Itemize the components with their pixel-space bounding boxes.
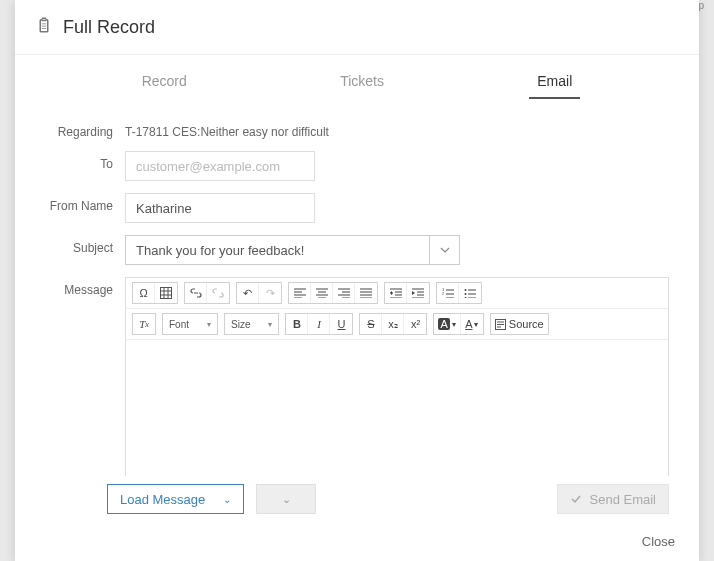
bgcolor-button[interactable]: A▾ [434,314,460,334]
unlink-icon [212,288,224,298]
svg-marker-31 [412,291,415,295]
redo-button[interactable]: ↷ [259,283,281,303]
svg-rect-3 [161,288,172,299]
font-select[interactable]: Font ▾ [162,313,218,335]
message-label: Message [45,277,125,297]
svg-rect-0 [42,24,47,25]
check-icon [570,493,582,505]
editor-toolbar-row1: Ω [126,278,668,309]
editor-toolbar-row2: Tx Font ▾ Size ▾ B I U [126,309,668,340]
numbered-list-icon: 12 [442,288,454,298]
special-char-button[interactable]: Ω [133,283,155,303]
regarding-value: T-17811 CES:Neither easy nor difficult [125,119,669,139]
full-record-modal: Full Record Record Tickets Email Regardi… [15,0,699,561]
tabs: Record Tickets Email [15,55,699,99]
tab-email[interactable]: Email [529,73,580,99]
secondary-dropdown-button[interactable]: ⌄ [256,484,316,514]
close-button[interactable]: Close [642,534,675,549]
modal-footer: Close [15,522,699,561]
from-name-input[interactable] [125,193,315,223]
subject-input[interactable] [125,235,430,265]
subject-dropdown-toggle[interactable] [430,235,460,265]
align-right-button[interactable] [333,283,355,303]
editor-content[interactable] [126,340,668,476]
align-right-icon [338,288,350,298]
svg-point-41 [465,293,467,295]
align-justify-icon [360,288,372,298]
table-icon [160,287,172,299]
align-center-button[interactable] [311,283,333,303]
message-editor: Ω [125,277,669,476]
to-input[interactable] [125,151,315,181]
modal-header: Full Record [15,0,699,55]
svg-text:2: 2 [442,291,445,296]
svg-point-40 [465,289,467,291]
align-left-icon [294,288,306,298]
align-left-button[interactable] [289,283,311,303]
unlink-button[interactable] [207,283,229,303]
align-center-icon [316,288,328,298]
font-select-label: Font [169,319,189,330]
superscript-button[interactable]: x² [404,314,426,334]
table-button[interactable] [155,283,177,303]
size-select-label: Size [231,319,250,330]
bullet-list-button[interactable] [459,283,481,303]
modal-title: Full Record [63,17,155,38]
indent-icon [412,288,424,298]
action-row: Load Message ⌄ ⌄ Send Email [15,476,699,522]
remove-format-button[interactable]: Tx [133,314,155,334]
link-icon [190,288,202,298]
numbered-list-button[interactable]: 12 [437,283,459,303]
underline-button[interactable]: U [330,314,352,334]
load-message-button[interactable]: Load Message ⌄ [107,484,244,514]
outdent-icon [390,288,402,298]
outdent-button[interactable] [385,283,407,303]
chevron-down-icon [440,245,450,255]
indent-button[interactable] [407,283,429,303]
caret-down-icon: ▾ [268,320,272,329]
bold-button[interactable]: B [286,314,308,334]
tab-tickets[interactable]: Tickets [332,73,392,99]
subscript-button[interactable]: x₂ [382,314,404,334]
size-select[interactable]: Size ▾ [224,313,279,335]
svg-marker-25 [390,291,393,293]
tab-record[interactable]: Record [134,73,195,99]
italic-button[interactable]: I [308,314,330,334]
undo-button[interactable]: ↶ [237,283,259,303]
subject-label: Subject [45,235,125,255]
clipboard-icon [35,16,53,38]
to-label: To [45,151,125,171]
source-button[interactable]: Source [491,314,548,334]
chevron-down-icon: ⌄ [223,494,231,505]
chevron-down-icon: ⌄ [282,493,291,506]
email-form: Regarding T-17811 CES:Neither easy nor d… [15,99,699,476]
align-justify-button[interactable] [355,283,377,303]
send-email-label: Send Email [590,492,656,507]
load-message-label: Load Message [120,492,205,507]
from-name-label: From Name [45,193,125,213]
source-icon [495,319,506,330]
regarding-label: Regarding [45,119,125,139]
bullet-list-icon [464,288,476,298]
svg-rect-1 [42,26,47,27]
svg-point-42 [465,297,467,298]
link-button[interactable] [185,283,207,303]
strikethrough-button[interactable]: S [360,314,382,334]
svg-marker-26 [390,293,393,295]
send-email-button[interactable]: Send Email [557,484,669,514]
caret-down-icon: ▾ [207,320,211,329]
textcolor-button[interactable]: A▾ [461,314,483,334]
svg-rect-2 [42,28,47,29]
